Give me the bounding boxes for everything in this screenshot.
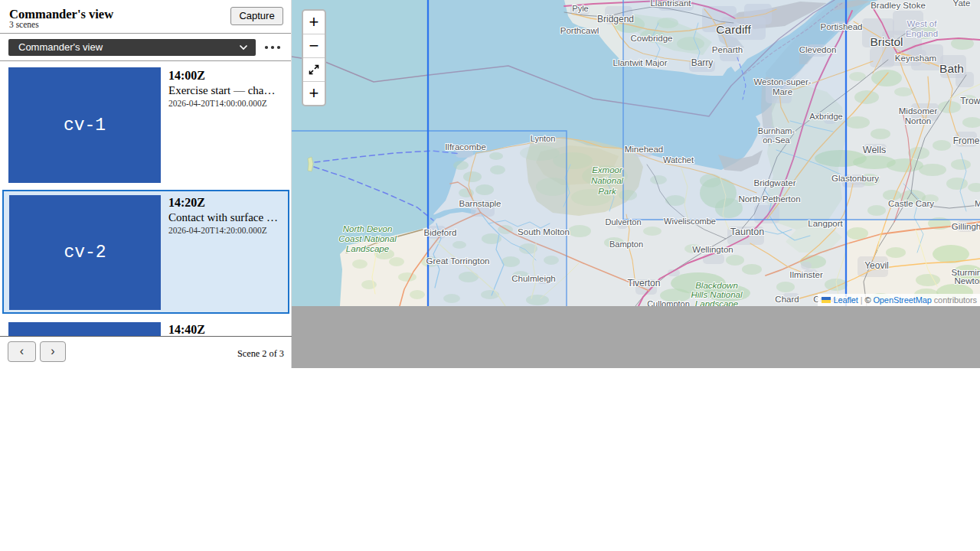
svg-text:Landscape: Landscape bbox=[695, 299, 738, 306]
svg-text:Penarth: Penarth bbox=[712, 45, 743, 54]
svg-text:North Devon: North Devon bbox=[343, 224, 393, 233]
svg-text:Great Torrington: Great Torrington bbox=[426, 256, 490, 266]
svg-text:Cardiff: Cardiff bbox=[716, 23, 751, 36]
svg-text:Bridgwater: Bridgwater bbox=[754, 178, 796, 187]
svg-text:Wiveliscombe: Wiveliscombe bbox=[664, 217, 716, 226]
svg-text:Pyle: Pyle bbox=[572, 4, 588, 13]
svg-text:Bradley Stoke: Bradley Stoke bbox=[871, 1, 926, 10]
svg-text:Park: Park bbox=[598, 187, 617, 196]
svg-text:Coast National: Coast National bbox=[338, 234, 397, 243]
svg-text:Hills National: Hills National bbox=[691, 290, 743, 299]
svg-text:Lynton: Lynton bbox=[531, 134, 556, 143]
svg-text:Yate: Yate bbox=[953, 0, 971, 8]
svg-text:Cowbridge: Cowbridge bbox=[631, 34, 673, 43]
svg-text:Portishead: Portishead bbox=[821, 22, 863, 31]
svg-text:Llantrisant: Llantrisant bbox=[650, 0, 691, 8]
svg-text:Midsomer: Midsomer bbox=[899, 106, 938, 116]
svg-text:Axbridge: Axbridge bbox=[809, 112, 842, 121]
svg-text:Barnstaple: Barnstaple bbox=[459, 199, 501, 208]
svg-text:Gillingham: Gillingham bbox=[952, 222, 980, 231]
svg-text:National: National bbox=[591, 176, 624, 185]
svg-text:Taunton: Taunton bbox=[730, 227, 765, 237]
svg-text:Dulverton: Dulverton bbox=[605, 217, 641, 227]
svg-text:Porthcawl: Porthcawl bbox=[560, 26, 599, 35]
svg-text:Bristol: Bristol bbox=[870, 35, 903, 48]
svg-text:Ilfracombe: Ilfracombe bbox=[445, 142, 486, 152]
svg-text:Bampton: Bampton bbox=[609, 240, 643, 249]
svg-text:Weston-super-: Weston-super- bbox=[753, 77, 811, 86]
svg-text:Wellington: Wellington bbox=[692, 245, 733, 254]
svg-text:Blackdown: Blackdown bbox=[695, 281, 738, 290]
svg-text:Bridgend: Bridgend bbox=[597, 14, 634, 24]
svg-text:Bath: Bath bbox=[939, 62, 964, 75]
svg-text:Exmoor: Exmoor bbox=[592, 165, 623, 174]
svg-text:on-Sea: on-Sea bbox=[763, 135, 790, 145]
svg-text:Llantwit Major: Llantwit Major bbox=[613, 58, 668, 67]
svg-text:Bideford: Bideford bbox=[424, 228, 457, 237]
svg-text:Trowbridge: Trowbridge bbox=[960, 96, 980, 106]
svg-text:West of: West of bbox=[907, 19, 938, 28]
svg-text:England: England bbox=[906, 29, 938, 38]
svg-text:Landscape: Landscape bbox=[346, 244, 389, 253]
svg-text:Burnham-: Burnham- bbox=[758, 126, 795, 135]
svg-text:Glastonbury: Glastonbury bbox=[831, 174, 879, 183]
svg-text:Keynsham: Keynsham bbox=[895, 54, 936, 63]
svg-text:Norton: Norton bbox=[905, 116, 932, 126]
svg-text:Mare: Mare bbox=[773, 87, 792, 96]
svg-text:Tiverton: Tiverton bbox=[628, 278, 661, 289]
svg-text:Chulmleigh: Chulmleigh bbox=[511, 274, 556, 283]
svg-text:Newton: Newton bbox=[955, 276, 980, 285]
svg-text:Minehead: Minehead bbox=[625, 145, 664, 154]
svg-text:Ilminster: Ilminster bbox=[789, 270, 823, 279]
svg-text:Chard: Chard bbox=[775, 295, 799, 304]
svg-text:Wells: Wells bbox=[863, 145, 886, 155]
svg-text:Barry: Barry bbox=[691, 57, 714, 68]
svg-text:Mere: Mere bbox=[975, 199, 980, 208]
svg-text:Frome: Frome bbox=[953, 135, 980, 146]
svg-text:North Petherton: North Petherton bbox=[738, 194, 800, 204]
svg-text:Castle Cary: Castle Cary bbox=[888, 199, 934, 208]
svg-text:Clevedon: Clevedon bbox=[799, 45, 837, 54]
svg-text:Cullompton: Cullompton bbox=[647, 299, 690, 306]
svg-text:Langport: Langport bbox=[808, 219, 843, 228]
svg-text:Yeovil: Yeovil bbox=[864, 260, 889, 271]
svg-text:South Molton: South Molton bbox=[518, 227, 570, 236]
svg-text:Watchet: Watchet bbox=[663, 155, 694, 165]
